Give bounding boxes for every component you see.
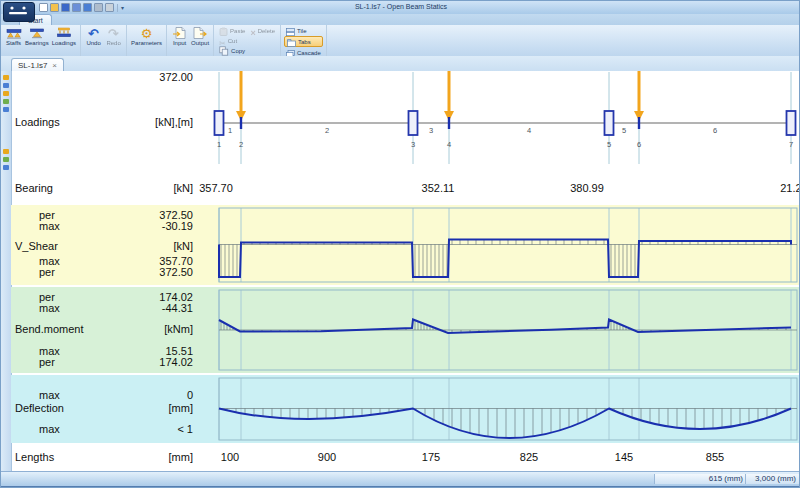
deflection-max-bottom-value: < 1 (90, 423, 193, 435)
support-marker[interactable] (409, 111, 418, 135)
redo-icon[interactable] (94, 3, 103, 12)
loadings-unit: [kN],[m] (90, 116, 193, 128)
undo-icon: ↶ (88, 26, 99, 40)
save-icon[interactable] (61, 3, 70, 12)
lengths-label: Lengths (15, 451, 54, 463)
new-document-icon[interactable] (39, 3, 48, 12)
beam-loadings-icon (56, 26, 72, 40)
ribbon-button-label: Delete (258, 28, 275, 34)
ribbon: StaffsBearingsLoadingsBeams↶Undo↷RedoDat… (1, 25, 800, 57)
redo-icon: ↷ (108, 26, 119, 40)
deflection-unit: [mm] (90, 402, 193, 414)
shear-max-top-value: -30.19 (90, 220, 193, 232)
side-tool-icon[interactable] (3, 91, 9, 96)
node-number: 4 (447, 140, 451, 149)
deflection-label: Deflection (15, 402, 64, 414)
span-number: 2 (325, 126, 329, 135)
ribbon-button-input[interactable]: Input (170, 26, 189, 46)
length-value: 825 (520, 451, 538, 463)
document-tab-bar: SL-1.ls7 × (1, 56, 800, 72)
ribbon-button-output[interactable]: Output (190, 26, 210, 46)
status-total-length: 3,000 (mm) (745, 474, 800, 484)
support-marker[interactable] (787, 111, 796, 135)
ribbon-button-label: Copy (231, 48, 245, 54)
node-number: 3 (411, 140, 415, 149)
load-arrow-head-icon[interactable] (444, 111, 454, 121)
tab-close-icon[interactable]: × (52, 61, 57, 70)
bearing-label: Bearing (15, 182, 53, 194)
shear-per-bottom-label: per (39, 266, 55, 278)
load-arrow-head-icon[interactable] (236, 111, 246, 121)
side-tool-icon[interactable] (3, 75, 9, 80)
ribbon-button-label: Undo (86, 40, 100, 46)
ribbon-button-undo[interactable]: ↶Undo (84, 26, 103, 46)
content-area: 1234561234567357.70352.11380.9921.201009… (1, 71, 800, 471)
span-number: 4 (527, 126, 531, 135)
span-number: 1 (228, 126, 232, 135)
bearing-unit: [kN] (90, 182, 193, 194)
shear-max-top-label: max (39, 220, 60, 232)
undo-icon[interactable] (83, 3, 92, 12)
span-number: 6 (713, 126, 717, 135)
ribbon-button-delete[interactable]: ×Delete (248, 26, 277, 35)
moment-max-top-label: max (39, 302, 60, 314)
moment-label: Bend.moment (15, 323, 83, 335)
ribbon-button-label: Tabs (298, 39, 311, 45)
side-tool-icon[interactable] (3, 99, 9, 104)
side-tool-icon[interactable] (3, 107, 9, 112)
ribbon-button-label: Cut (228, 38, 237, 44)
side-tool-icon[interactable] (3, 157, 9, 162)
open-icon[interactable] (50, 3, 59, 12)
ribbon-button-staffs[interactable]: Staffs (4, 26, 23, 46)
length-value: 855 (706, 451, 724, 463)
ribbon-button-label: Tile (297, 28, 306, 34)
load-arrow-head-icon[interactable] (634, 111, 644, 121)
support-marker[interactable] (215, 111, 224, 135)
ribbon-button-label: Bearings (25, 40, 49, 46)
ribbon-button-loadings[interactable]: Loadings (51, 26, 77, 46)
ribbon-button-parameters[interactable]: ⚙Parameters (130, 26, 163, 46)
moment-max-top-value: -44.31 (90, 302, 193, 314)
quick-access-toolbar: ▾ (39, 3, 124, 12)
delete-icon: × (250, 22, 255, 40)
load-point-tick (240, 117, 242, 129)
bearing-value: 21.20 (780, 182, 800, 194)
status-cursor-position: 615 (mm) (654, 474, 747, 484)
cut-icon: ✂ (219, 32, 226, 50)
ribbon-button-label: Redo (106, 40, 120, 46)
lengths-unit: [mm] (90, 451, 193, 463)
node-number: 7 (789, 140, 793, 149)
ribbon-button-redo[interactable]: ↷Redo (104, 26, 123, 46)
document-tab-label: SL-1.ls7 (18, 61, 47, 70)
support-marker[interactable] (605, 111, 614, 135)
qat-separator (117, 4, 118, 12)
length-value: 900 (318, 451, 336, 463)
qat-overflow-icon[interactable]: ▾ (121, 4, 124, 12)
deflection-max-bottom-label: max (39, 423, 60, 435)
moment-per-bottom-label: per (39, 356, 55, 368)
save-as-icon[interactable] (72, 3, 81, 12)
span-number: 3 (429, 126, 433, 135)
moment-per-bottom-value: 174.02 (90, 356, 193, 368)
bearing-value: 352.11 (422, 182, 455, 194)
side-tool-icon[interactable] (3, 165, 9, 170)
length-value: 100 (221, 451, 239, 463)
length-value: 175 (422, 451, 440, 463)
app-logo-icon (4, 3, 32, 19)
moment-unit: [kNm] (90, 323, 193, 335)
print-icon[interactable] (105, 3, 114, 12)
app-menu-button[interactable] (3, 2, 35, 22)
side-tool-icon[interactable] (3, 149, 9, 154)
ribbon-button-cut[interactable]: ✂Cut (217, 36, 247, 45)
ribbon-tab-bar: Start (1, 14, 800, 25)
doc-input-icon (172, 26, 188, 40)
shear-per-bottom-value: 372.50 (90, 266, 193, 278)
ribbon-button-label: Parameters (131, 40, 162, 46)
shear-unit: [kN] (90, 240, 193, 252)
length-value: 145 (615, 451, 633, 463)
ribbon-button-label: Staffs (6, 40, 21, 46)
beam-bearings-icon (29, 26, 45, 40)
document-tab[interactable]: SL-1.ls7 × (11, 58, 64, 72)
side-tool-icon[interactable] (3, 83, 9, 88)
ribbon-button-bearings[interactable]: Bearings (24, 26, 50, 46)
